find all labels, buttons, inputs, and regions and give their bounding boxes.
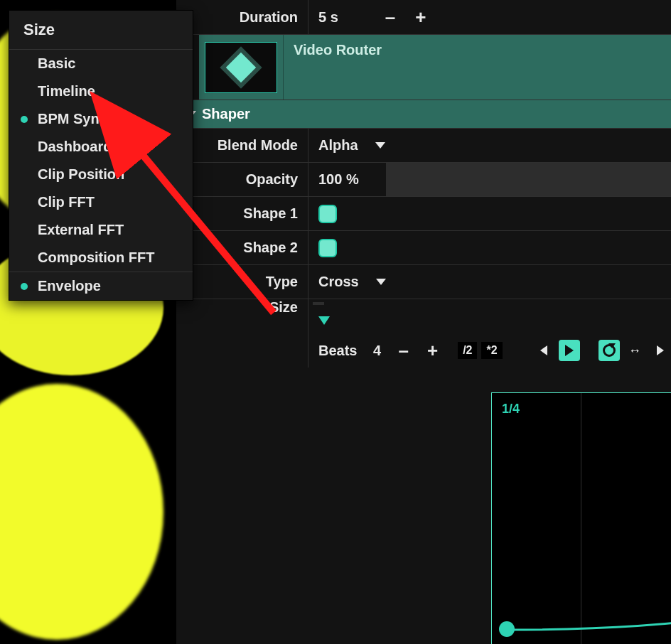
play-button[interactable]: [559, 340, 580, 361]
duration-value: 5 s: [318, 9, 338, 26]
size-context-menu[interactable]: Size Basic Timeline BPM Sync Dashboard C…: [9, 10, 193, 301]
menu-item-clip-position[interactable]: Clip Position: [9, 161, 193, 188]
duration-decrease[interactable]: –: [378, 6, 402, 28]
duration-row: Duration 5 s – +: [176, 0, 671, 34]
diamond-icon: [226, 52, 256, 82]
opacity-slider[interactable]: [386, 163, 671, 196]
menu-item-external-fft[interactable]: External FFT: [9, 216, 193, 244]
section-title: Shaper: [202, 106, 250, 122]
clip-thumbnail[interactable]: [205, 42, 277, 93]
duration-increase[interactable]: +: [408, 6, 433, 28]
opacity-control[interactable]: 100 %: [308, 163, 671, 196]
menu-item-basic[interactable]: Basic: [9, 50, 193, 77]
beats-increase[interactable]: +: [420, 340, 445, 362]
play-icon: [565, 345, 574, 356]
duration-value-cell[interactable]: 5 s – +: [308, 0, 671, 34]
size-block: Size Beats 4 – + /2 *2: [176, 299, 671, 367]
envelope-graph[interactable]: 1/4 2/4: [491, 392, 671, 644]
size-label: Size: [199, 299, 308, 333]
beats-decrease[interactable]: –: [391, 340, 415, 362]
size-timeline[interactable]: [308, 299, 671, 333]
type-dropdown[interactable]: Cross: [308, 265, 671, 299]
type-value: Cross: [318, 274, 359, 290]
menu-item-clip-fft[interactable]: Clip FFT: [9, 188, 193, 216]
opacity-label: Opacity: [199, 171, 308, 188]
beats-label: Beats: [318, 343, 357, 359]
section-header-shaper[interactable]: Shaper: [176, 100, 671, 128]
beats-double-button[interactable]: *2: [481, 342, 502, 359]
menu-item-envelope[interactable]: Envelope: [9, 272, 193, 300]
type-row: Type Cross: [176, 264, 671, 299]
active-dot-icon: [21, 283, 28, 290]
chevron-down-icon: [375, 142, 385, 149]
shape2-row: Shape 2: [176, 230, 671, 264]
opacity-value: 100 %: [318, 171, 359, 188]
shape1-label: Shape 1: [199, 205, 308, 222]
blend-mode-row: Blend Mode Alpha: [176, 128, 671, 162]
playhead-icon[interactable]: [318, 316, 330, 325]
beats-half-button[interactable]: /2: [458, 342, 477, 359]
arrow-left-icon: [540, 345, 547, 355]
prev-button[interactable]: [533, 340, 554, 361]
inspector-panel: Duration 5 s – + Video Router Shaper Ble…: [176, 0, 671, 644]
envelope-curve: [492, 393, 671, 644]
duration-label: Duration: [176, 9, 308, 26]
context-menu-title: Size: [9, 11, 193, 49]
clip-title[interactable]: Video Router: [283, 35, 671, 100]
clip-row[interactable]: Video Router: [176, 34, 671, 100]
shape1-color-swatch[interactable]: [318, 205, 337, 223]
menu-item-bpm-sync[interactable]: BPM Sync: [9, 105, 193, 133]
arrow-right-icon: [657, 345, 664, 355]
active-dot-icon: [21, 116, 28, 123]
blend-mode-value: Alpha: [318, 137, 358, 154]
type-label: Type: [199, 274, 308, 290]
blend-mode-dropdown[interactable]: Alpha: [308, 129, 671, 162]
menu-item-composition-fft[interactable]: Composition FFT: [9, 244, 193, 272]
blend-mode-label: Blend Mode: [199, 137, 308, 154]
menu-item-dashboard[interactable]: Dashboard: [9, 133, 193, 161]
shape2-color-swatch[interactable]: [318, 239, 337, 257]
beats-value[interactable]: 4: [367, 343, 387, 359]
shape1-row: Shape 1: [176, 196, 671, 230]
next-button[interactable]: [650, 340, 671, 361]
chevron-down-icon: [376, 279, 386, 285]
shape2-label: Shape 2: [199, 240, 308, 256]
loop-icon: [603, 344, 616, 357]
opacity-row: Opacity 100 %: [176, 162, 671, 196]
mirror-button[interactable]: ↔: [624, 340, 645, 361]
menu-item-timeline[interactable]: Timeline: [9, 77, 193, 105]
envelope-node[interactable]: [499, 621, 515, 637]
loop-button[interactable]: [598, 340, 620, 361]
